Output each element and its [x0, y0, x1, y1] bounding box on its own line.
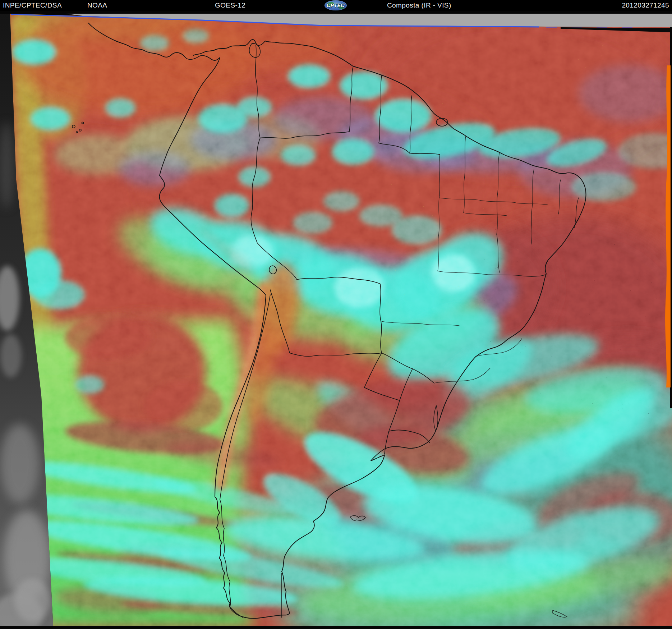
composite-data-area — [0, 11, 672, 629]
satellite-label: GOES-12 — [215, 1, 245, 10]
timestamp-label: 201203271245 — [622, 1, 669, 10]
title-bar: INPE/CPTEC/DSA NOAA GOES-12 CPTEC Compos… — [0, 0, 672, 11]
bottom-black-strip — [0, 626, 672, 629]
agency-label: INPE/CPTEC/DSA — [3, 1, 62, 10]
noaa-label: NOAA — [87, 1, 107, 10]
satellite-map — [0, 11, 672, 629]
top-black-strip — [0, 11, 672, 14]
product-label: Composta (IR - VIS) — [387, 1, 451, 10]
cptec-logo-text: CPTEC — [327, 3, 345, 8]
cptec-logo: CPTEC — [325, 0, 347, 10]
speckle-textures — [0, 11, 672, 629]
satellite-image-viewer: INPE/CPTEC/DSA NOAA GOES-12 CPTEC Compos… — [0, 0, 672, 629]
